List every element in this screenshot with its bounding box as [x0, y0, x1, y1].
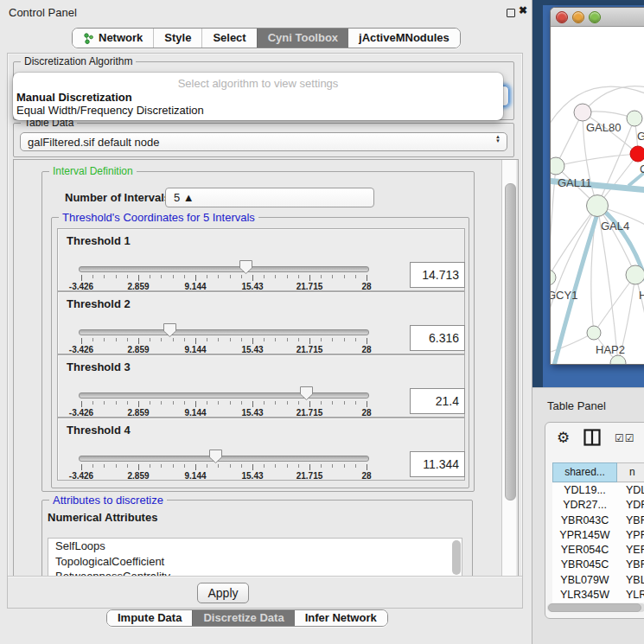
- slider-thumb[interactable]: [209, 450, 222, 463]
- node-h[interactable]: [626, 265, 644, 284]
- network-window-titlebar[interactable]: [551, 8, 644, 27]
- threshold-value-field[interactable]: 6.316: [410, 325, 465, 351]
- settings-scrollbar-track[interactable]: [501, 160, 516, 577]
- table-data-combobox[interactable]: galFiltered.sif default node ▲▼: [20, 132, 507, 151]
- table-row[interactable]: YDL19...YDL1: [552, 483, 644, 498]
- attributes-group-title: Attributes to discretize: [49, 494, 167, 507]
- popup-item-equal-width-frequency[interactable]: Equal Width/Frequency Discretization: [16, 104, 204, 117]
- table-data-combobox-value: galFiltered.sif default node: [28, 136, 159, 149]
- attribute-list-item[interactable]: SelfLoops: [48, 539, 462, 554]
- numerical-attributes-label: Numerical Attributes: [48, 511, 157, 524]
- network-window: GAL80 G C GAL11 GAL4 GCY1 H HAP2: [550, 7, 644, 365]
- attr-list-scrollbar-thumb[interactable]: [452, 540, 461, 575]
- interval-definition-group: Interval Definition Number of Intervals …: [41, 171, 475, 492]
- slider-rail[interactable]: [79, 392, 369, 399]
- gear-icon[interactable]: ⚙: [557, 429, 570, 447]
- node-gal4[interactable]: [587, 195, 609, 217]
- num-intervals-spinner[interactable]: 5 ▲▼: [165, 188, 374, 207]
- slider-tick-labels: -3.4262.8599.14415.4321.71528: [81, 282, 367, 290]
- table-row[interactable]: YDR27...YDR2: [552, 498, 644, 513]
- window-title: Control Panel: [9, 6, 77, 19]
- tab-network-label: Network: [99, 29, 143, 48]
- label-c-partial: C: [640, 163, 644, 175]
- column-header-name[interactable]: n: [617, 462, 644, 482]
- control-panel-tabbar: Network Style Select Cyni Toolbox jActiv…: [72, 28, 461, 48]
- attributes-group: Attributes to discretize Numerical Attri…: [41, 500, 473, 577]
- attribute-list-item[interactable]: TopologicalCoefficient: [48, 554, 462, 570]
- label-hap2: HAP2: [596, 343, 625, 356]
- tab-jactivemnodules[interactable]: jActiveMNodules: [348, 29, 460, 48]
- popup-item-manual-discretization[interactable]: Manual Discretization: [16, 91, 132, 104]
- threshold-row: Threshold 2 -3.4262.8599.14415.4321.7152…: [57, 291, 465, 354]
- settings-scroll-panel: Interval Definition Number of Intervals …: [13, 159, 519, 577]
- tab-select[interactable]: Select: [201, 29, 256, 48]
- threshold-row: Threshold 4 -3.4262.8599.14415.4321.7152…: [57, 418, 465, 481]
- checkbox-icons[interactable]: ☑☑: [615, 432, 635, 444]
- minimize-traffic-light-icon[interactable]: [572, 11, 584, 23]
- interval-definition-title: Interval Definition: [49, 165, 137, 177]
- discretization-algorithm-title: Discretization Algorithm: [21, 55, 136, 67]
- table-hscrollbar-thumb[interactable]: [548, 603, 641, 612]
- zoom-traffic-light-icon[interactable]: [589, 11, 601, 23]
- node-red-selected[interactable]: [630, 146, 644, 162]
- slider-thumb[interactable]: [239, 260, 252, 274]
- label-gcy1: GCY1: [551, 289, 577, 302]
- split-view-icon[interactable]: [583, 429, 601, 446]
- tab-infer-network[interactable]: Infer Network: [295, 610, 387, 626]
- algorithm-popup: Select algorithm to view settings Manual…: [13, 73, 503, 120]
- slider-thumb[interactable]: [163, 323, 176, 337]
- close-traffic-light-icon[interactable]: [556, 11, 568, 23]
- network-icon: [83, 33, 94, 44]
- node-gcy1[interactable]: [551, 270, 556, 285]
- network-graph: GAL80 G C GAL11 GAL4 GCY1 H HAP2: [551, 27, 644, 364]
- table-row[interactable]: YPR145WYPR1: [552, 528, 644, 543]
- node-gal11[interactable]: [551, 157, 564, 175]
- table-data-group: Table Data galFiltered.sif default node …: [13, 123, 514, 157]
- node-gal80[interactable]: [574, 104, 591, 121]
- tab-style[interactable]: Style: [153, 29, 201, 48]
- table-row[interactable]: YBL079WYBL0: [552, 573, 644, 588]
- right-region: GAL80 G C GAL11 GAL4 GCY1 H HAP2 Table P: [532, 0, 644, 644]
- control-panel-window: Control Panel ✖ Network Style Select Cyn…: [0, 0, 532, 644]
- label-gal4: GAL4: [601, 220, 629, 233]
- table-hscrollbar-track[interactable]: [547, 603, 644, 612]
- table-row[interactable]: YLR345WYLR3: [552, 588, 644, 603]
- numerical-attributes-list[interactable]: SelfLoopsTopologicalCoefficientBetweenne…: [48, 538, 462, 577]
- table-row[interactable]: YBR045CYBR0: [552, 558, 644, 572]
- label-g-partial: G: [637, 130, 644, 143]
- threshold-value-field[interactable]: 14.713: [410, 262, 465, 288]
- label-gal11: GAL11: [558, 176, 592, 189]
- slider-rail[interactable]: [79, 266, 369, 272]
- tab-cyni-toolbox[interactable]: Cyni Toolbox: [257, 29, 348, 48]
- node-hap2[interactable]: [587, 326, 601, 340]
- thresholds-group-title: Threshold's Coordinates for 5 Intervals: [59, 211, 258, 224]
- slider-rail[interactable]: [79, 456, 369, 462]
- threshold-label: Threshold 2: [67, 297, 131, 310]
- screenshot-root: Control Panel ✖ Network Style Select Cyn…: [0, 0, 644, 644]
- table-panel-zone: Table Panel ⚙ ☑☑ shared... n YDL19...YDL…: [532, 387, 644, 644]
- network-view-zone: GAL80 G C GAL11 GAL4 GCY1 H HAP2: [532, 0, 644, 387]
- column-header-shared-name[interactable]: shared...: [552, 462, 617, 482]
- float-window-icon[interactable]: [507, 9, 515, 17]
- threshold-value-field[interactable]: 21.4: [410, 388, 465, 414]
- tab-impute-data[interactable]: Impute Data: [107, 610, 192, 626]
- close-icon[interactable]: ✖: [519, 4, 527, 16]
- tab-discretize-data[interactable]: Discretize Data: [192, 610, 294, 626]
- table-row[interactable]: YBR043CYBR0: [552, 513, 644, 528]
- tab-network[interactable]: Network: [73, 29, 153, 48]
- network-canvas[interactable]: GAL80 G C GAL11 GAL4 GCY1 H HAP2: [551, 27, 644, 364]
- slider-thumb[interactable]: [300, 386, 313, 400]
- slider-ticks: [81, 464, 367, 471]
- threshold-label: Threshold 1: [67, 234, 131, 247]
- slider-ticks: [81, 338, 367, 345]
- node-top-right[interactable]: [627, 111, 642, 126]
- attr-list-items: SelfLoopsTopologicalCoefficientBetweenne…: [48, 539, 462, 577]
- slider-rail[interactable]: [79, 329, 369, 335]
- threshold-row: Threshold 3 -3.4262.8599.14415.4321.7152…: [57, 354, 465, 418]
- threshold-value-field[interactable]: 11.344: [410, 451, 465, 477]
- apply-button[interactable]: Apply: [197, 583, 249, 603]
- table-row[interactable]: YER054CYER0: [552, 543, 644, 558]
- bottom-tabbar: Impute Data Discretize Data Infer Networ…: [106, 609, 388, 627]
- settings-scrollbar-thumb[interactable]: [505, 183, 516, 501]
- threshold-label: Threshold 4: [67, 424, 131, 437]
